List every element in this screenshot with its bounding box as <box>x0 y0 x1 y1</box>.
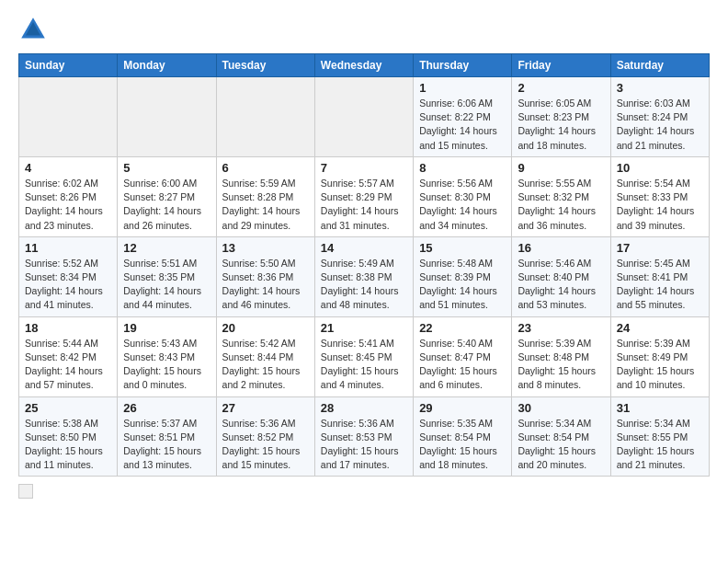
week-row-2: 4Sunrise: 6:02 AM Sunset: 8:26 PM Daylig… <box>19 156 710 236</box>
week-row-4: 18Sunrise: 5:44 AM Sunset: 8:42 PM Dayli… <box>19 316 710 396</box>
day-cell: 31Sunrise: 5:34 AM Sunset: 8:55 PM Dayli… <box>610 396 709 477</box>
day-cell: 26Sunrise: 5:37 AM Sunset: 8:51 PM Dayli… <box>118 396 216 477</box>
footer-legend <box>18 484 710 499</box>
day-info: Sunrise: 5:34 AM Sunset: 8:55 PM Dayligh… <box>617 417 703 473</box>
day-number: 24 <box>617 321 703 335</box>
day-number: 14 <box>321 241 407 255</box>
logo <box>18 15 51 44</box>
weekday-header-sunday: Sunday <box>19 54 118 77</box>
day-cell: 19Sunrise: 5:43 AM Sunset: 8:43 PM Dayli… <box>118 316 216 396</box>
day-number: 8 <box>419 161 506 175</box>
calendar-body: 1Sunrise: 6:06 AM Sunset: 8:22 PM Daylig… <box>19 77 710 477</box>
day-cell <box>19 77 118 157</box>
day-cell: 9Sunrise: 5:55 AM Sunset: 8:32 PM Daylig… <box>512 156 610 236</box>
day-number: 21 <box>321 321 407 335</box>
day-info: Sunrise: 5:55 AM Sunset: 8:32 PM Dayligh… <box>518 177 604 233</box>
weekday-header-saturday: Saturday <box>610 54 709 77</box>
day-number: 12 <box>123 241 210 255</box>
day-cell: 20Sunrise: 5:42 AM Sunset: 8:44 PM Dayli… <box>216 316 314 396</box>
day-info: Sunrise: 5:52 AM Sunset: 8:34 PM Dayligh… <box>25 257 111 313</box>
day-info: Sunrise: 5:59 AM Sunset: 8:28 PM Dayligh… <box>222 177 309 233</box>
day-cell: 14Sunrise: 5:49 AM Sunset: 8:38 PM Dayli… <box>314 236 413 316</box>
day-cell: 21Sunrise: 5:41 AM Sunset: 8:45 PM Dayli… <box>314 316 413 396</box>
day-cell: 1Sunrise: 6:06 AM Sunset: 8:22 PM Daylig… <box>414 77 512 157</box>
day-cell: 16Sunrise: 5:46 AM Sunset: 8:40 PM Dayli… <box>512 236 610 316</box>
day-info: Sunrise: 5:54 AM Sunset: 8:33 PM Dayligh… <box>617 177 703 233</box>
day-info: Sunrise: 6:03 AM Sunset: 8:24 PM Dayligh… <box>617 97 703 153</box>
day-cell: 3Sunrise: 6:03 AM Sunset: 8:24 PM Daylig… <box>610 77 709 157</box>
logo-icon <box>18 15 48 44</box>
day-cell: 18Sunrise: 5:44 AM Sunset: 8:42 PM Dayli… <box>19 316 118 396</box>
day-info: Sunrise: 5:44 AM Sunset: 8:42 PM Dayligh… <box>25 337 111 393</box>
day-cell: 15Sunrise: 5:48 AM Sunset: 8:39 PM Dayli… <box>414 236 512 316</box>
day-info: Sunrise: 5:36 AM Sunset: 8:53 PM Dayligh… <box>321 417 407 473</box>
day-info: Sunrise: 5:38 AM Sunset: 8:50 PM Dayligh… <box>25 417 111 473</box>
day-number: 20 <box>222 321 309 335</box>
day-cell <box>118 77 216 157</box>
day-info: Sunrise: 5:45 AM Sunset: 8:41 PM Dayligh… <box>617 257 703 313</box>
day-number: 15 <box>419 241 506 255</box>
day-number: 4 <box>25 161 111 175</box>
day-info: Sunrise: 6:02 AM Sunset: 8:26 PM Dayligh… <box>25 177 111 233</box>
day-info: Sunrise: 5:40 AM Sunset: 8:47 PM Dayligh… <box>419 337 506 393</box>
day-number: 31 <box>617 401 703 415</box>
day-cell: 13Sunrise: 5:50 AM Sunset: 8:36 PM Dayli… <box>216 236 314 316</box>
day-cell: 29Sunrise: 5:35 AM Sunset: 8:54 PM Dayli… <box>414 396 512 477</box>
day-info: Sunrise: 5:37 AM Sunset: 8:51 PM Dayligh… <box>123 417 210 473</box>
header <box>18 15 710 44</box>
day-number: 23 <box>518 321 604 335</box>
day-number: 7 <box>321 161 407 175</box>
day-info: Sunrise: 5:48 AM Sunset: 8:39 PM Dayligh… <box>419 257 506 313</box>
day-cell: 4Sunrise: 6:02 AM Sunset: 8:26 PM Daylig… <box>19 156 118 236</box>
day-info: Sunrise: 5:57 AM Sunset: 8:29 PM Dayligh… <box>321 177 407 233</box>
day-cell: 24Sunrise: 5:39 AM Sunset: 8:49 PM Dayli… <box>610 316 709 396</box>
weekday-header-thursday: Thursday <box>414 54 512 77</box>
day-number: 6 <box>222 161 309 175</box>
day-cell: 28Sunrise: 5:36 AM Sunset: 8:53 PM Dayli… <box>314 396 413 477</box>
day-info: Sunrise: 5:50 AM Sunset: 8:36 PM Dayligh… <box>222 257 309 313</box>
day-cell: 27Sunrise: 5:36 AM Sunset: 8:52 PM Dayli… <box>216 396 314 477</box>
day-number: 17 <box>617 241 703 255</box>
day-cell <box>216 77 314 157</box>
day-info: Sunrise: 5:46 AM Sunset: 8:40 PM Dayligh… <box>518 257 604 313</box>
day-info: Sunrise: 5:34 AM Sunset: 8:54 PM Dayligh… <box>518 417 604 473</box>
day-cell: 23Sunrise: 5:39 AM Sunset: 8:48 PM Dayli… <box>512 316 610 396</box>
day-info: Sunrise: 5:51 AM Sunset: 8:35 PM Dayligh… <box>123 257 210 313</box>
day-info: Sunrise: 6:05 AM Sunset: 8:23 PM Dayligh… <box>518 97 604 153</box>
day-number: 10 <box>617 161 703 175</box>
day-cell: 25Sunrise: 5:38 AM Sunset: 8:50 PM Dayli… <box>19 396 118 477</box>
day-cell: 6Sunrise: 5:59 AM Sunset: 8:28 PM Daylig… <box>216 156 314 236</box>
day-info: Sunrise: 5:49 AM Sunset: 8:38 PM Dayligh… <box>321 257 407 313</box>
calendar-table: SundayMondayTuesdayWednesdayThursdayFrid… <box>18 53 710 477</box>
calendar-header: SundayMondayTuesdayWednesdayThursdayFrid… <box>19 54 710 77</box>
day-number: 26 <box>123 401 210 415</box>
weekday-row: SundayMondayTuesdayWednesdayThursdayFrid… <box>19 54 710 77</box>
day-number: 1 <box>419 81 506 95</box>
day-info: Sunrise: 6:06 AM Sunset: 8:22 PM Dayligh… <box>419 97 506 153</box>
day-cell: 30Sunrise: 5:34 AM Sunset: 8:54 PM Dayli… <box>512 396 610 477</box>
day-cell: 22Sunrise: 5:40 AM Sunset: 8:47 PM Dayli… <box>414 316 512 396</box>
day-number: 5 <box>123 161 210 175</box>
day-number: 19 <box>123 321 210 335</box>
day-number: 2 <box>518 81 604 95</box>
day-number: 16 <box>518 241 604 255</box>
day-info: Sunrise: 5:35 AM Sunset: 8:54 PM Dayligh… <box>419 417 506 473</box>
day-cell: 10Sunrise: 5:54 AM Sunset: 8:33 PM Dayli… <box>610 156 709 236</box>
legend-color-swatch <box>18 484 33 499</box>
day-info: Sunrise: 5:43 AM Sunset: 8:43 PM Dayligh… <box>123 337 210 393</box>
day-info: Sunrise: 5:36 AM Sunset: 8:52 PM Dayligh… <box>222 417 309 473</box>
day-cell: 7Sunrise: 5:57 AM Sunset: 8:29 PM Daylig… <box>314 156 413 236</box>
week-row-3: 11Sunrise: 5:52 AM Sunset: 8:34 PM Dayli… <box>19 236 710 316</box>
week-row-1: 1Sunrise: 6:06 AM Sunset: 8:22 PM Daylig… <box>19 77 710 157</box>
day-cell: 11Sunrise: 5:52 AM Sunset: 8:34 PM Dayli… <box>19 236 118 316</box>
day-info: Sunrise: 6:00 AM Sunset: 8:27 PM Dayligh… <box>123 177 210 233</box>
day-cell <box>314 77 413 157</box>
day-cell: 17Sunrise: 5:45 AM Sunset: 8:41 PM Dayli… <box>610 236 709 316</box>
day-number: 27 <box>222 401 309 415</box>
day-info: Sunrise: 5:56 AM Sunset: 8:30 PM Dayligh… <box>419 177 506 233</box>
day-number: 29 <box>419 401 506 415</box>
day-cell: 12Sunrise: 5:51 AM Sunset: 8:35 PM Dayli… <box>118 236 216 316</box>
day-cell: 8Sunrise: 5:56 AM Sunset: 8:30 PM Daylig… <box>414 156 512 236</box>
day-number: 30 <box>518 401 604 415</box>
day-number: 18 <box>25 321 111 335</box>
